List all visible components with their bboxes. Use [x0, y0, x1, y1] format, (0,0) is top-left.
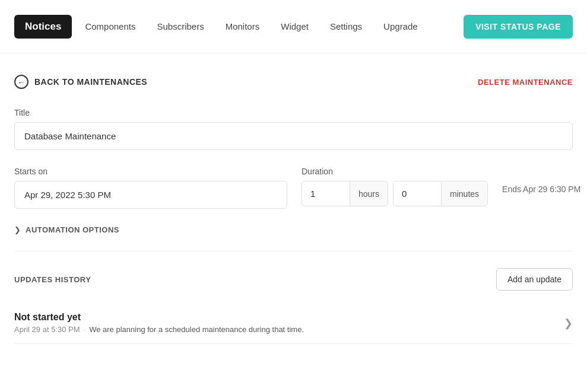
- minutes-unit-label: minutes: [441, 182, 487, 206]
- duration-group: Duration hours minutes: [302, 167, 488, 206]
- duration-inputs: hours minutes: [302, 181, 488, 206]
- nav-components-link[interactable]: Components: [77, 15, 144, 37]
- update-date: April 29 at 5:30 PM: [14, 325, 80, 334]
- chevron-right-icon: ❯: [564, 317, 573, 330]
- update-item-content: Not started yet April 29 at 5:30 PM · We…: [14, 312, 564, 334]
- back-icon: ←: [14, 75, 28, 89]
- delete-maintenance-button[interactable]: DELETE MAINTENANCE: [478, 78, 573, 87]
- starts-on-group: Starts on: [14, 167, 287, 209]
- automation-options-label: AUTOMATION OPTIONS: [26, 225, 119, 234]
- updates-history-title: UPDATES HISTORY: [14, 275, 91, 284]
- ends-label: Ends Apr 29 6:30 PM: [502, 167, 580, 194]
- title-input[interactable]: [14, 122, 573, 150]
- update-description: We are planning for a scheduled maintena…: [89, 325, 304, 334]
- nav-widget-link[interactable]: Widget: [272, 15, 317, 37]
- main-content: ← BACK TO MAINTENANCES DELETE MAINTENANC…: [0, 53, 587, 365]
- update-status-text: Not started yet: [14, 312, 564, 323]
- nav-links: Notices Components Subscribers Monitors …: [14, 15, 464, 39]
- minutes-input[interactable]: [394, 181, 441, 206]
- starts-on-label: Starts on: [14, 167, 287, 176]
- chevron-right-icon: ❯: [14, 225, 21, 234]
- title-label: Title: [14, 108, 573, 117]
- add-update-button[interactable]: Add an update: [496, 268, 573, 291]
- date-row: Starts on Duration hours minutes Ends Ap…: [14, 167, 573, 209]
- minutes-input-wrap: minutes: [393, 181, 488, 206]
- back-label: BACK TO MAINTENANCES: [34, 77, 147, 87]
- nav-subscribers-link[interactable]: Subscribers: [148, 15, 212, 37]
- updates-history-section: UPDATES HISTORY Add an update Not starte…: [14, 268, 573, 344]
- update-dot: ·: [84, 325, 86, 334]
- back-row: ← BACK TO MAINTENANCES DELETE MAINTENANC…: [14, 75, 573, 89]
- navbar: Notices Components Subscribers Monitors …: [0, 0, 587, 53]
- nav-upgrade-link[interactable]: Upgrade: [375, 15, 426, 37]
- update-item[interactable]: Not started yet April 29 at 5:30 PM · We…: [14, 302, 573, 344]
- title-field-group: Title: [14, 108, 573, 150]
- update-meta: April 29 at 5:30 PM · We are planning fo…: [14, 325, 564, 334]
- duration-label: Duration: [302, 167, 488, 176]
- automation-options-toggle[interactable]: ❯ AUTOMATION OPTIONS: [14, 225, 573, 234]
- nav-notices-button[interactable]: Notices: [14, 15, 72, 39]
- hours-unit-label: hours: [350, 182, 388, 206]
- nav-monitors-link[interactable]: Monitors: [217, 15, 268, 37]
- nav-settings-link[interactable]: Settings: [322, 15, 370, 37]
- updates-header: UPDATES HISTORY Add an update: [14, 268, 573, 291]
- hours-input-wrap: hours: [302, 181, 388, 206]
- starts-on-input[interactable]: [14, 181, 287, 209]
- section-divider: [14, 251, 573, 251]
- back-to-maintenances-link[interactable]: ← BACK TO MAINTENANCES: [14, 75, 147, 89]
- visit-status-button[interactable]: VISIT STATUS PAGE: [464, 15, 573, 39]
- hours-input[interactable]: [302, 181, 350, 206]
